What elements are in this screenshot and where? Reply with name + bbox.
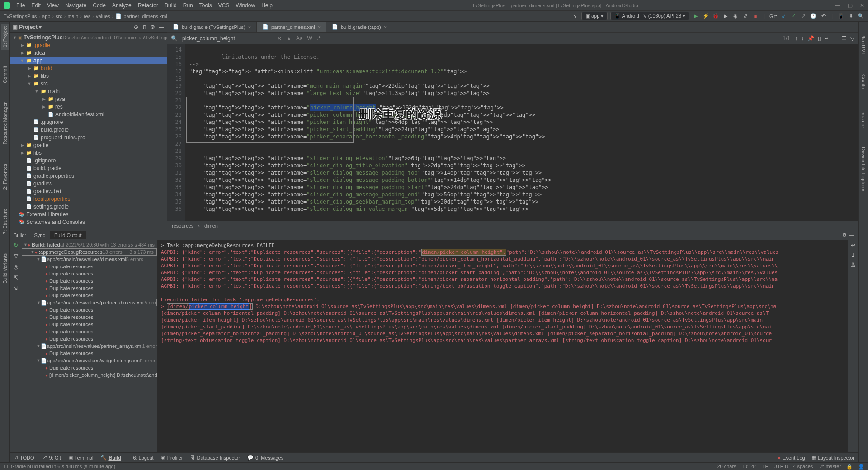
collapse-icon[interactable]: ⇲ (14, 285, 18, 292)
tree-item[interactable]: 📄gradlew.bat (10, 187, 167, 195)
build-tree-row[interactable]: ● Duplicate resources (22, 313, 157, 321)
build-tab-sync[interactable]: Sync (30, 231, 50, 239)
filter-icon[interactable]: ☰ (842, 35, 847, 42)
pin-icon[interactable]: 📌 (807, 35, 814, 42)
tree-item[interactable]: ▼📁app (10, 57, 167, 64)
status-lock-icon[interactable]: 🔒 (846, 464, 853, 470)
code-line[interactable]: "tag""tag">>"tag">> "attr">name="slider_… (189, 169, 854, 176)
build-tree-row[interactable]: ● [dimen/picker_column_height] D:\szhou\… (22, 371, 157, 379)
git-rollback-icon[interactable]: ↶ (820, 13, 827, 20)
coverage-icon[interactable]: ▶ (722, 13, 729, 20)
code-line[interactable] (189, 75, 854, 82)
close-tab-icon[interactable]: × (384, 24, 387, 30)
code-line[interactable] (189, 46, 854, 53)
menu-vcs[interactable]: VCS (216, 1, 232, 9)
tab-terminal[interactable]: ▣ Terminal (68, 455, 94, 461)
build-tree-row[interactable]: ● Duplicate resources (22, 263, 157, 270)
console-line[interactable]: > Task :app:mergeDebugResources FAILED (161, 242, 844, 249)
regex-icon[interactable]: .* (317, 35, 321, 42)
console-line[interactable]: AGPBI: {"kind":"error","text":"Duplicate… (161, 283, 844, 290)
console-line[interactable] (161, 290, 844, 296)
sync-icon[interactable]: ↘ (571, 13, 579, 20)
code-line[interactable]: limitations under the License. (189, 53, 854, 61)
git-push-icon[interactable]: ↗ (800, 13, 807, 20)
build-tree-row[interactable]: ● Duplicate resources (22, 321, 157, 328)
up-arrow-icon[interactable]: ↑ (795, 35, 797, 42)
build-tree-row[interactable]: ▼📄 app/src/main/res/values/partner_array… (22, 342, 157, 350)
tree-item[interactable]: ▶📁res (10, 103, 167, 110)
build-tree-row[interactable]: ● Duplicate resources (22, 292, 157, 299)
device-selector[interactable]: 📱 Android TV (1080p) API 28 ▾ (610, 12, 689, 20)
status-indent[interactable]: 4 spaces (793, 464, 813, 470)
status-git-branch[interactable]: ⎇ master (818, 464, 841, 470)
menu-window[interactable]: Window (233, 1, 258, 9)
menu-help[interactable]: Help (259, 1, 275, 9)
console-line[interactable]: AGPBI: {"kind":"error","text":"Duplicate… (161, 276, 844, 283)
tab-build[interactable]: 🔨 Build (100, 455, 121, 461)
build-tree-row[interactable]: ● Duplicate resources (22, 277, 157, 285)
tree-item[interactable]: 📚External Libraries (10, 210, 167, 218)
filter-icon[interactable]: ▽ (14, 253, 18, 259)
tree-item[interactable]: ▼📁main (10, 87, 167, 95)
tree-item[interactable]: ▶📁.gradle (10, 41, 167, 49)
right-tab-gradle[interactable]: Gradle (860, 71, 867, 92)
menu-code[interactable]: Code (90, 1, 108, 9)
hide-icon[interactable]: — (849, 232, 854, 238)
tab-todo[interactable]: ☑ TODO (14, 455, 34, 461)
left-tab----favorites[interactable]: 2: Favorites (1, 161, 9, 192)
tree-root[interactable]: ▼▣TvSettingsPlus D:\szhou\note\android_0… (10, 33, 167, 41)
tab-layout-inspector[interactable]: ▦ Layout Inspector (811, 455, 854, 461)
rerun-icon[interactable]: ↻ (14, 242, 18, 248)
scroll-to-end-icon[interactable]: ⤓ (851, 252, 855, 258)
console-line[interactable]: AGPBI: {"kind":"error","text":"Duplicate… (161, 249, 844, 256)
build-tree-row[interactable]: ● Duplicate resources (22, 364, 157, 371)
down-arrow-icon[interactable]: ↓ (801, 35, 804, 42)
tree-item[interactable]: 📚Scratches and Consoles (10, 218, 167, 226)
tree-item[interactable]: 📄build.gradle (10, 164, 167, 172)
select-opened-file-icon[interactable]: ⊙ (134, 24, 138, 30)
tree-item[interactable]: ▶📁java (10, 95, 167, 103)
console-line[interactable]: [string/text_obfuscation_toggle_caption]… (161, 337, 844, 344)
sdk-manager-icon[interactable]: ⬇ (847, 13, 854, 20)
tree-item[interactable]: 📄settings.gradle (10, 203, 167, 210)
console-line[interactable]: [dimen/picker_start_padding] D:\szhou\no… (161, 323, 844, 330)
tree-item[interactable]: 📄.gitignore (10, 118, 167, 126)
gear-icon[interactable]: ⚙ (150, 24, 155, 30)
left-tab-commit[interactable]: Commit (1, 63, 9, 86)
tree-item[interactable]: ▶📁build (10, 64, 167, 72)
words-icon[interactable]: W (307, 35, 312, 42)
left-tab-resource-manager[interactable]: Resource Manager (1, 100, 9, 147)
search-input[interactable] (182, 35, 273, 42)
editor-tab[interactable]: 📄partner_dimens.xml× (257, 22, 326, 32)
tree-item[interactable]: 📄build.gradle (10, 126, 167, 133)
code-line[interactable]: "tag""tag">>"tag">> "attr">name="menu_ma… (189, 82, 854, 90)
git-update-icon[interactable]: ↙ (780, 13, 787, 20)
code-line[interactable]: --> (189, 61, 854, 68)
tree-item[interactable]: 📄AndroidManifest.xml (10, 110, 167, 118)
build-tree-row[interactable]: ▼📄 app/src/main/res/values/partner_dimen… (22, 299, 157, 306)
build-tree-row[interactable]: ● Duplicate resources (22, 270, 157, 277)
print-icon[interactable]: 🖶 (850, 262, 856, 268)
code-line[interactable]: "tag""tag">>"tag">> "attr">name="slider_… (189, 198, 854, 205)
menu-build[interactable]: Build (162, 1, 179, 9)
code-line[interactable]: "tag""tag">>"tag">> "attr">name="slider_… (189, 191, 854, 198)
close-search-icon[interactable]: ✕ (277, 35, 282, 42)
menu-run[interactable]: Run (180, 1, 196, 9)
expand-icon[interactable]: ⇱ (14, 275, 18, 281)
soft-wrap-icon[interactable]: ↩ (851, 242, 855, 248)
attach-debugger-icon[interactable]: ⛐ (742, 13, 749, 20)
git-history-icon[interactable]: 🕐 (810, 13, 817, 20)
tab-messages[interactable]: 💬 0: Messages (247, 455, 283, 461)
console-line[interactable]: Execution failed for task ':app:mergeDeb… (161, 296, 844, 303)
close-icon[interactable]: ✕ (860, 2, 864, 9)
gear-icon[interactable]: ⚙ (842, 232, 847, 238)
code-line[interactable]: "tag""tag">>"tag">> "attr">name="slider_… (189, 176, 854, 184)
tree-item[interactable]: ▶📁libs (10, 72, 167, 80)
console-line[interactable]: AGPBI: {"kind":"error","text":"Duplicate… (161, 256, 844, 262)
tree-item[interactable]: 📄proguard-rules.pro (10, 133, 167, 141)
build-tree-row[interactable]: ● Duplicate resources (22, 285, 157, 292)
tree-item[interactable]: ▼📁src (10, 80, 167, 87)
right-tab-device-file-explorer[interactable]: Device File Explorer (860, 144, 867, 194)
status-hector-icon[interactable]: 👤 (858, 464, 864, 470)
build-tree-row[interactable]: ● Duplicate resources (22, 350, 157, 357)
